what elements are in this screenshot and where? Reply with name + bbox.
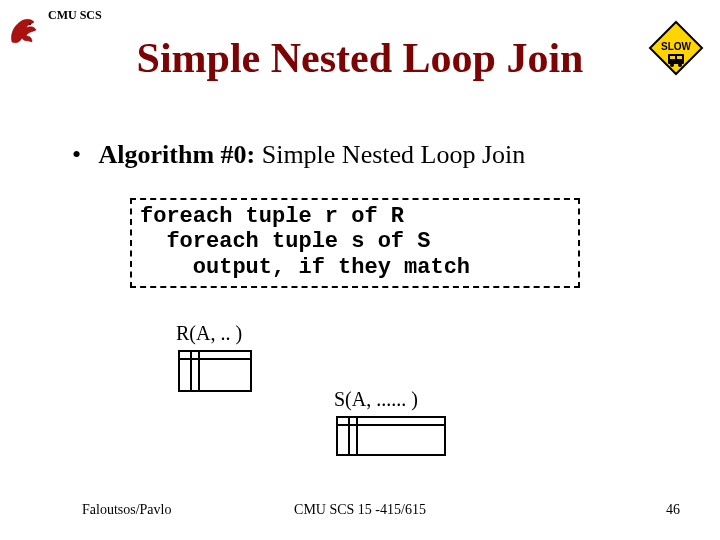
slide-title: Simple Nested Loop Join (0, 34, 720, 82)
svg-point-0 (29, 23, 31, 25)
table-row-sep (338, 424, 444, 426)
relation-s-diagram (336, 416, 446, 456)
footer-course: CMU SCS 15 -415/615 (0, 502, 720, 518)
code-line-1: foreach tuple r of R (140, 204, 570, 229)
bullet-line: • Algorithm #0: Simple Nested Loop Join (72, 140, 680, 170)
relation-r-label: R(A, .. ) (176, 322, 242, 345)
slide: CMU SCS SLOW Simple Nested Loop Join • A… (0, 0, 720, 540)
bullet-rest: Simple Nested Loop Join (255, 140, 525, 169)
relation-r-diagram (178, 350, 252, 392)
org-label: CMU SCS (48, 8, 102, 23)
bullet-strong: Algorithm #0: (99, 140, 256, 169)
relation-s-label: S(A, ...... ) (334, 388, 418, 411)
bullet-dot-icon: • (72, 140, 92, 170)
footer-page-num: 46 (666, 502, 680, 518)
table-row-sep (180, 358, 250, 360)
code-line-2: foreach tuple s of S (140, 229, 570, 254)
code-line-3: output, if they match (140, 255, 570, 280)
pseudocode-box: foreach tuple r of R foreach tuple s of … (130, 198, 580, 288)
